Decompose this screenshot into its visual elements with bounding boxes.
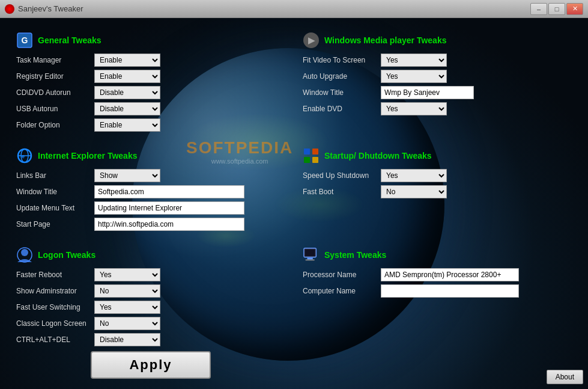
- logon-tweaks-title: Logon Tweaks: [16, 247, 285, 263]
- cd-dvd-row: CD\DVD Autorun DisableEnable: [16, 86, 285, 99]
- svg-rect-6: [304, 149, 310, 155]
- start-page-row: Start Page: [16, 218, 285, 231]
- main-content: G General Tweaks Task Manager EnableDisa…: [0, 18, 588, 389]
- maximize-button[interactable]: □: [548, 3, 565, 15]
- faster-reboot-input: YesNo: [94, 268, 285, 281]
- ie-window-title-input: [94, 185, 285, 198]
- classic-logon-row: Classic Logon Screen NoYes: [16, 317, 285, 330]
- start-page-field[interactable]: [94, 218, 244, 231]
- task-manager-row: Task Manager EnableDisable: [16, 54, 285, 67]
- wmp-window-title-field[interactable]: [381, 86, 474, 99]
- usb-autorun-select[interactable]: DisableEnable: [94, 102, 160, 115]
- ie-tweaks-panel: e Internet Explorer Tweaks Links Bar Sho…: [9, 142, 292, 239]
- speed-shutdown-input: YesNo: [381, 169, 572, 182]
- ctrl-alt-del-input: DisableEnable: [94, 333, 285, 346]
- task-manager-label: Task Manager: [16, 56, 94, 64]
- startup-icon: [303, 147, 320, 164]
- faster-reboot-label: Faster Reboot: [16, 271, 94, 279]
- cd-dvd-select[interactable]: DisableEnable: [94, 86, 160, 99]
- startup-tweaks-title: Startup/ Dhutdown Tweaks: [303, 147, 572, 164]
- fit-video-select[interactable]: YesNo: [381, 54, 447, 67]
- svg-rect-7: [312, 149, 318, 155]
- cd-dvd-label: CD\DVD Autorun: [16, 88, 94, 97]
- titlebar: Sanjeev's Tweaker – □ ✕: [0, 0, 588, 18]
- ie-tweaks-title: e Internet Explorer Tweaks: [16, 147, 285, 164]
- close-button[interactable]: ✕: [566, 3, 583, 15]
- titlebar-left: Sanjeev's Tweaker: [5, 4, 83, 14]
- links-bar-label: Links Bar: [16, 171, 94, 180]
- usb-autorun-input: DisableEnable: [94, 102, 285, 115]
- wmp-icon: ▶: [303, 32, 320, 49]
- faster-reboot-select[interactable]: YesNo: [94, 268, 160, 281]
- svg-rect-13: [305, 250, 315, 256]
- registry-editor-row: Registry Editor EnableDisable: [16, 70, 285, 83]
- ie-window-title-field[interactable]: [94, 185, 244, 198]
- enable-dvd-select[interactable]: YesNo: [381, 102, 447, 115]
- show-admin-select[interactable]: NoYes: [94, 284, 160, 298]
- processor-name-row: Processor Name: [303, 268, 572, 281]
- app-icon: [5, 4, 14, 14]
- registry-editor-input: EnableDisable: [94, 70, 285, 83]
- computer-name-row: Computer Name: [303, 284, 572, 298]
- processor-name-field[interactable]: [381, 268, 519, 281]
- wmp-tweaks-panel: ▶ Windows Media player Tweaks Fit Video …: [296, 27, 579, 139]
- fast-user-switching-label: Fast User Switching: [16, 303, 94, 311]
- logon-tweaks-panel: Logon Tweaks Faster Reboot YesNo Show Ad…: [9, 242, 292, 384]
- wmp-tweaks-title: ▶ Windows Media player Tweaks: [303, 32, 572, 49]
- ctrl-alt-del-row: CTRL+ALT+DEL DisableEnable: [16, 333, 285, 346]
- computer-name-label: Computer Name: [303, 287, 381, 295]
- task-manager-select[interactable]: EnableDisable: [94, 54, 160, 67]
- logon-icon: [16, 247, 33, 263]
- ctrl-alt-del-label: CTRL+ALT+DEL: [16, 335, 94, 344]
- general-tweaks-panel: G General Tweaks Task Manager EnableDisa…: [9, 27, 292, 139]
- update-menu-field[interactable]: [94, 201, 244, 215]
- show-admin-label: Show Adminstrator: [16, 287, 94, 295]
- svg-text:G: G: [22, 35, 28, 45]
- apply-button[interactable]: Apply: [91, 351, 211, 379]
- auto-upgrade-label: Auto Upgrade: [303, 72, 381, 81]
- fast-boot-row: Fast Boot NoYes: [303, 185, 572, 198]
- fast-boot-input: NoYes: [381, 185, 572, 198]
- fit-video-row: Fit Video To Screen YesNo: [303, 54, 572, 67]
- processor-name-label: Processor Name: [303, 271, 381, 279]
- speed-shutdown-row: Speed Up Shutdown YesNo: [303, 169, 572, 182]
- auto-upgrade-select[interactable]: YesNo: [381, 70, 447, 83]
- update-menu-input: [94, 201, 285, 215]
- svg-rect-9: [312, 157, 318, 163]
- computer-name-input: [381, 284, 572, 298]
- classic-logon-label: Classic Logon Screen: [16, 319, 94, 328]
- wmp-window-title-row: Window Title: [303, 86, 572, 99]
- folder-option-label: Folder Option: [16, 121, 94, 129]
- folder-option-select[interactable]: EnableDisable: [94, 118, 160, 132]
- links-bar-row: Links Bar ShowHide: [16, 169, 285, 182]
- auto-upgrade-input: YesNo: [381, 70, 572, 83]
- speed-shutdown-select[interactable]: YesNo: [381, 169, 447, 182]
- fast-boot-label: Fast Boot: [303, 188, 381, 196]
- ie-icon: e: [16, 147, 33, 164]
- fast-boot-select[interactable]: NoYes: [381, 185, 447, 198]
- classic-logon-select[interactable]: NoYes: [94, 317, 160, 330]
- titlebar-controls: – □ ✕: [530, 3, 583, 15]
- about-button[interactable]: About: [547, 370, 583, 384]
- system-tweaks-panel: System Tweaks Processor Name Computer Na…: [296, 242, 579, 384]
- task-manager-input: EnableDisable: [94, 54, 285, 67]
- faster-reboot-row: Faster Reboot YesNo: [16, 268, 285, 281]
- svg-rect-15: [306, 259, 315, 260]
- svg-rect-8: [304, 157, 310, 163]
- links-bar-select[interactable]: ShowHide: [94, 169, 160, 182]
- computer-name-field[interactable]: [381, 284, 519, 298]
- registry-editor-select[interactable]: EnableDisable: [94, 70, 160, 83]
- general-tweaks-title: G General Tweaks: [16, 32, 285, 49]
- usb-autorun-label: USB Autorun: [16, 105, 94, 113]
- fast-user-switching-input: YesNo: [94, 301, 285, 314]
- processor-name-input: [381, 268, 572, 281]
- svg-rect-14: [307, 258, 312, 260]
- links-bar-input: ShowHide: [94, 169, 285, 182]
- ctrl-alt-del-select[interactable]: DisableEnable: [94, 333, 160, 346]
- fast-user-switching-row: Fast User Switching YesNo: [16, 301, 285, 314]
- wmp-window-title-input: [381, 86, 572, 99]
- minimize-button[interactable]: –: [530, 3, 547, 15]
- startup-tweaks-panel: Startup/ Dhutdown Tweaks Speed Up Shutdo…: [296, 142, 579, 239]
- registry-editor-label: Registry Editor: [16, 72, 94, 81]
- fast-user-switching-select[interactable]: YesNo: [94, 301, 160, 314]
